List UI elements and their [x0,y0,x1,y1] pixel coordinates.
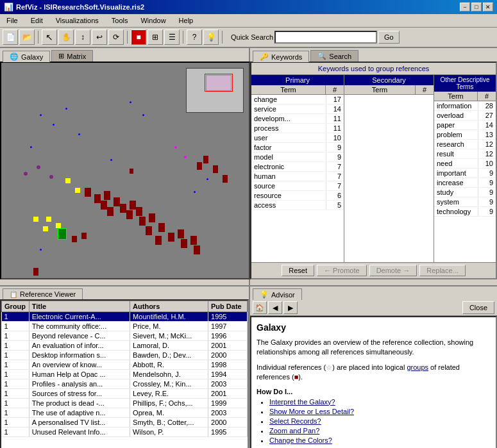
kw-row[interactable]: result12 [434,149,496,159]
advisor-back-button[interactable]: ◀ [268,301,282,314]
advisor-home-button[interactable]: 🏠 [253,301,267,314]
menu-window[interactable]: Window [137,15,169,26]
kw-count: 9 [326,143,344,152]
kw-row[interactable]: user10 [251,133,344,143]
advisor-forward-button[interactable]: ▶ [283,301,298,314]
maximize-button[interactable]: □ [471,3,482,12]
table-row[interactable]: 1 Human Help at Opac ... Mendelsohn, J. … [2,370,248,379]
replace-button[interactable]: Replace... [419,265,466,276]
kw-row[interactable]: source7 [251,181,344,191]
kw-row[interactable]: problem13 [434,130,496,140]
tab-search[interactable]: 🔍 Search [310,50,358,62]
kw-row[interactable]: need10 [434,159,496,169]
kw-row[interactable]: increase9 [434,178,496,188]
advisor-link-1[interactable]: Show More or Less Detail? [269,408,354,415]
kw-row[interactable]: information28 [434,101,496,111]
zoom-out-button[interactable]: ↩ [92,29,107,45]
kw-row[interactable]: paper14 [434,120,496,130]
advisor-link-3[interactable]: Zoom and Pan? [269,427,319,435]
menu-help[interactable]: Help [175,15,198,26]
kw-row[interactable]: overload27 [434,111,496,120]
advisor-link-2[interactable]: Select Records? [269,417,321,425]
new-button[interactable]: 📄 [3,29,18,45]
kw-row[interactable]: important9 [434,169,496,178]
kw-term: model [251,153,326,162]
go-button[interactable]: Go [378,31,400,44]
menu-file[interactable]: File [3,15,22,26]
reference-table-wrapper[interactable]: Group Title Authors Pub Date 1 Electroni… [0,299,249,448]
kw-row[interactable]: technology9 [434,207,496,217]
table-row[interactable]: 1 Profiles - analysis an... Crossley, M.… [2,379,248,389]
cell-title: The use of adaptive n... [29,408,130,418]
table-row[interactable]: 1 An evaluation of infor... Lamoral, D. … [2,341,248,351]
kw-row[interactable]: electronic7 [251,162,344,172]
menu-visualizations[interactable]: Visualizations [52,15,103,26]
reset-button[interactable]: Reset [282,265,314,276]
kw-row[interactable]: research12 [434,140,496,149]
zoom-in-button[interactable]: ↕ [75,29,90,45]
kw-term: problem [434,130,478,139]
cell-group: 1 [2,370,29,379]
primary-kw-list[interactable]: change17service14developm...11process11u… [251,95,344,262]
cell-title: Beyond relevance - C... [29,331,130,341]
group-button[interactable]: ■ [131,29,146,45]
table-row[interactable]: 1 The product is dead -... Phillips, F.;… [2,399,248,408]
table-row[interactable]: 1 A personalised TV list... Smyth, B.; C… [2,418,248,427]
open-button[interactable]: 📂 [19,29,35,45]
table-row[interactable]: 1 Electronic Current-A... Mountifield, H… [2,312,248,322]
matrix-icon: ⊞ [58,52,64,60]
kw-row[interactable]: system9 [434,197,496,207]
table-row[interactable]: 1 Beyond relevance - C... Sievert, M.; M… [2,331,248,341]
kw-row[interactable]: change17 [251,95,344,104]
kw-row[interactable]: developm...11 [251,114,344,124]
kw-count: 9 [478,197,496,206]
secondary-kw-list[interactable] [344,95,434,262]
lasso-button[interactable]: ⟳ [108,29,124,45]
minimize-button[interactable]: − [460,3,470,12]
other-kw-list[interactable]: information28overload27paper14problem13r… [434,101,496,262]
advisor-link-groups[interactable]: groups [407,363,428,371]
galaxy-view[interactable] [0,62,250,279]
advisor-link-0[interactable]: Interpret the Galaxy? [269,398,335,406]
kw-row[interactable]: model9 [251,153,344,162]
tab-advisor[interactable]: 💡 Advisor [253,288,302,300]
table-row[interactable]: 1 The community office:... Price, M. 199… [2,322,248,331]
tab-galaxy[interactable]: 🌐 Galaxy [3,51,50,62]
pan-button[interactable]: ✋ [58,29,74,45]
cell-title: Profiles - analysis an... [29,379,130,389]
table-row[interactable]: 1 The use of adaptive n... Oprea, M. 200… [2,408,248,418]
kw-count: 7 [326,172,344,181]
primary-term-col: Term [251,85,326,94]
kw-row[interactable]: study9 [434,188,496,197]
kw-row[interactable]: process11 [251,124,344,133]
promote-button[interactable]: ← Promote [317,265,367,276]
kw-row[interactable]: service14 [251,104,344,114]
select-button[interactable]: ↖ [42,29,57,45]
matrix-button[interactable]: ⊞ [147,29,163,45]
table-row[interactable]: 1 An overview of know... Abbott, R. 1998 [2,360,248,370]
kw-row[interactable]: factor9 [251,143,344,153]
cell-title: An evaluation of infor... [29,341,130,351]
table-row[interactable]: 1 Desktop information s... Bawden, D.; D… [2,351,248,360]
tab-reference-viewer[interactable]: 📋 Reference Viewer [3,288,83,299]
tab-keywords[interactable]: 🔑 Keywords [253,51,309,62]
list-button[interactable]: ☰ [164,29,180,45]
menu-tools[interactable]: Tools [108,15,132,26]
table-row[interactable]: 1 Unused Relevant Info... Wilson, P. 199… [2,427,248,437]
demote-button[interactable]: Demote → [369,265,417,276]
menu-edit[interactable]: Edit [27,15,47,26]
kw-row[interactable]: access5 [251,201,344,210]
kw-row[interactable]: resource6 [251,191,344,201]
table-row[interactable]: 1 Sources of stress for... Levey, R.E. 2… [2,389,248,399]
advisor-button[interactable]: 💡 [203,29,219,45]
kw-row[interactable]: human7 [251,172,344,181]
close-button[interactable]: ✕ [483,3,493,12]
help-button[interactable]: ? [187,29,202,45]
cell-title: Human Help at Opac ... [29,370,130,379]
tab-matrix[interactable]: ⊞ Matrix [51,50,93,62]
cell-authors: Oprea, M. [130,408,208,418]
kw-count: 9 [326,153,344,162]
quick-search-input[interactable] [274,31,377,44]
advisor-link-4[interactable]: Change the Colors? [269,436,332,444]
advisor-close-button[interactable]: Close [462,301,494,314]
